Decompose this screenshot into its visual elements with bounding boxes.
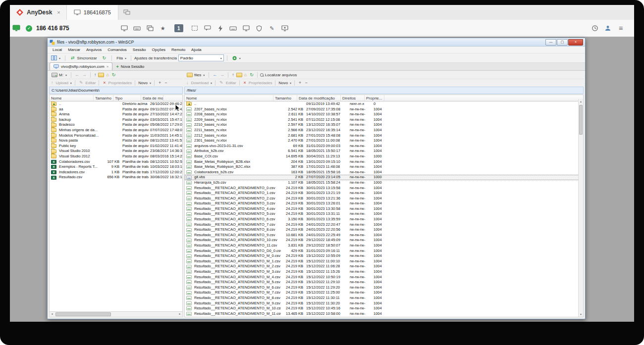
actions-lightning-icon[interactable] — [215, 23, 226, 34]
menu-arquivos[interactable]: Arquivos — [83, 48, 105, 52]
file-row[interactable]: Resultado__RETENCAO_ATENDIMENTO_M_7.csv2… — [185, 290, 583, 296]
session-tab-active[interactable]: vivo@sftp.robbyson.com × — [50, 62, 112, 70]
properties-button[interactable]: Propriedades — [108, 81, 132, 85]
file-row[interactable]: 2210_bases_rv.xlsx2.597 KB13/12/2022 16:… — [185, 122, 583, 128]
edit-button[interactable]: Editar — [226, 81, 236, 85]
file-row[interactable]: Resultado__RETENCAO_ATENDIMENTO_5.csv24.… — [185, 211, 583, 217]
forward-icon[interactable]: → — [81, 73, 88, 77]
root-folder-icon[interactable] — [236, 73, 242, 77]
file-row[interactable]: Resultado__RETENCAO_ATENDIMENTO_M_10.csv… — [185, 306, 583, 311]
scroll-left-icon[interactable]: ◂ — [50, 312, 54, 317]
file-row[interactable]: Indicadores.csv1 KBPlanilha de trabal...… — [50, 170, 182, 175]
parent-directory-icon[interactable]: ↑ — [231, 73, 235, 77]
select-add-icon[interactable]: + — [298, 81, 302, 85]
file-row[interactable]: Resultado__RETENCAO_ATENDIMENTO_M_4.csv2… — [185, 275, 583, 280]
menu-comandos[interactable]: Comandos — [105, 48, 130, 52]
scroll-right-icon[interactable]: ▸ — [177, 312, 182, 317]
file-row[interactable]: Resultado__RETENCAO_ATENDIMENTO_10.csv24… — [185, 238, 583, 243]
privacy-shield-icon[interactable] — [254, 23, 265, 34]
minimize-button[interactable]: — — [545, 39, 556, 46]
file-row[interactable]: ..09/11/2019 13:49:42rwxr-xr-x0 — [185, 101, 583, 107]
file-row[interactable]: Colaboradores_b2b.csv163 KB18/05/2021 15… — [185, 170, 583, 175]
select-add-icon[interactable]: + — [158, 81, 162, 85]
file-row[interactable]: Base_Metas_Robbyson_B2C.xlsx387 KB17/01/… — [185, 164, 583, 170]
whiteboard-pen-icon[interactable]: ✎ — [267, 23, 277, 34]
new-session-button[interactable] — [118, 5, 135, 20]
file-row[interactable]: 2212_bases_rv.xlsx2.681 KB27/01/2023 15:… — [185, 133, 583, 139]
column-header[interactable]: Data de modificação — [141, 95, 163, 101]
user-icon[interactable] — [602, 23, 613, 34]
file-row[interactable]: aaPasta de arquivos09/11/2022 07:30:42 — [50, 107, 182, 112]
file-row[interactable]: AnimaPasta de arquivos27/10/2022 14:47:2… — [50, 112, 182, 117]
file-row[interactable]: Resultado__RETENCAO_ATENDIMENTO_3.csv24.… — [185, 201, 583, 206]
file-row[interactable]: Resultado__RETENCAO_ATENDIMENTO_9.csv10.… — [185, 233, 583, 238]
file-row[interactable]: Resultado__RETENCAO_ATENDIMENTO_M_6.csv2… — [185, 285, 583, 291]
refresh-icon[interactable]: ↻ — [111, 73, 117, 77]
close-button[interactable]: × — [568, 39, 583, 46]
fullscreen-icon[interactable] — [189, 23, 200, 34]
file-row[interactable]: Resultado__RETENCAO_ATENDIMENTO_M_2.csv2… — [185, 264, 583, 269]
file-row[interactable]: Modelos Personalizad...Pasta de arquivos… — [50, 133, 182, 139]
find-files-button[interactable]: Localizar arquivos — [265, 73, 297, 77]
local-path-bar[interactable]: C:\Users\Jdias\Documents\ — [49, 87, 183, 94]
screens-icon[interactable] — [241, 23, 252, 34]
select-remove-icon[interactable]: − — [163, 81, 168, 85]
tab-close-icon[interactable]: × — [57, 9, 60, 15]
remote-vertical-scrollbar[interactable]: ▴ ▾ — [578, 99, 583, 317]
display-icon[interactable] — [119, 23, 130, 34]
column-header[interactable]: Nome — [185, 95, 273, 101]
file-row[interactable]: Resultado__RETENCAO_ATENDIMENTO_M_5.csv2… — [185, 280, 583, 285]
parent-directory-icon[interactable]: ↑ — [93, 73, 98, 77]
file-row[interactable]: 2208_bases_rv.xlsx2.611 KB14/10/2022 10:… — [185, 112, 583, 117]
column-header[interactable]: Tipo — [113, 95, 141, 101]
edit-button[interactable]: Editar — [85, 81, 96, 85]
refresh-icon[interactable]: ↻ — [249, 73, 255, 77]
upload-button[interactable]: Upload — [56, 81, 68, 85]
column-header[interactable]: Direitos — [340, 95, 364, 101]
file-row[interactable]: 2209_bases_rv.xlsx2.541 KB07/11/2022 12:… — [185, 117, 583, 123]
file-row[interactable]: Hierarquia_b2b.csv1.107 KB18/05/2021 15:… — [185, 180, 583, 186]
file-row[interactable]: Atributos_b2b.csv6.541 KB18/05/2021 15:5… — [185, 148, 583, 154]
remote-directory-select[interactable]: files ▾ — [185, 72, 206, 78]
tab-close-icon[interactable]: × — [107, 64, 109, 69]
remote-path-bar[interactable]: /files/ — [184, 87, 584, 94]
file-row[interactable]: Resultado__RETENCAO_ATENDIMENTO_M_11.csv… — [185, 311, 583, 317]
winscp-title-bar[interactable]: files - vivo@sftp.robbyson.com - WinSCP … — [48, 38, 585, 47]
scrollbar-thumb[interactable] — [579, 105, 583, 135]
menu-icon[interactable]: ≡ — [615, 23, 626, 34]
menu-ajuda[interactable]: Ajuda — [188, 48, 204, 52]
file-row[interactable]: 2211_bases_rv.xlsx2.566 KB23/12/2022 16:… — [185, 128, 583, 133]
file-row[interactable]: Resultado__RETENCAO_ATENDIMENTO_M_9.csv2… — [185, 301, 583, 306]
download-button[interactable]: Download — [191, 81, 209, 85]
select-remove-icon[interactable]: − — [304, 81, 308, 85]
file-row[interactable]: Resultado__RETENCAO_ATENDIMENTO_4.csv24.… — [185, 206, 583, 212]
local-drive-select[interactable]: M: ▾ — [50, 72, 68, 78]
home-icon[interactable]: ⌂ — [105, 73, 109, 77]
queue-button[interactable]: Fila ▾ — [115, 55, 128, 61]
file-row[interactable]: Resultado__RETENCAO_ATENDIMENTO_6.csv3.1… — [185, 217, 583, 222]
file-row[interactable]: Resultado__RETENCAO_ATENDIMENTO_D0_0.csv… — [185, 248, 583, 254]
file-row[interactable]: Colaboradores.csv107 KBPlanilha de traba… — [50, 159, 182, 165]
transfer-options-button[interactable]: ▾ — [230, 55, 242, 61]
menu-sessão[interactable]: Sessão — [130, 48, 149, 52]
anydesk-session-tab[interactable]: 186416875 — [66, 5, 118, 20]
file-row[interactable]: Resultado__RETENCAO_ATENDIMENTO_2.csv24.… — [185, 196, 583, 201]
file-row[interactable]: git.vbs2 KB27/07/2020 23:14:05rw-rw-rw-1… — [185, 175, 583, 180]
delete-icon[interactable]: × — [243, 81, 247, 85]
synchronize-button[interactable]: ⇄ Sincronizar — [68, 55, 99, 61]
file-row[interactable]: Base_COI.csv14.695 KB30/04/2021 11:29:13… — [185, 154, 583, 159]
file-row[interactable]: Resultado__RETENCAO_ATENDIMENTO_M_1.csv2… — [185, 259, 583, 264]
file-row[interactable]: 2207_bases_rv.xlsx2.542 KB27/09/2022 17:… — [185, 107, 583, 112]
history-icon[interactable] — [590, 23, 600, 34]
maximize-button[interactable]: ▢ — [557, 39, 568, 46]
file-row[interactable]: arquivos-vivo-2023-01-31.csv69 KB31/01/2… — [185, 144, 583, 149]
column-header[interactable]: Data de modificação — [297, 95, 340, 101]
forward-icon[interactable]: → — [219, 73, 225, 77]
file-row[interactable]: Resultado__RETENCAO_ATENDIMENTO_M_3.csv2… — [185, 269, 583, 275]
files-icon[interactable] — [145, 23, 156, 34]
favorite-star-icon[interactable]: ★ — [158, 23, 168, 34]
column-header[interactable]: Nome — [50, 95, 93, 101]
column-header[interactable]: Tamanho — [93, 95, 113, 101]
scrollbar-thumb[interactable] — [55, 312, 111, 316]
record-screen-icon[interactable] — [279, 23, 290, 34]
